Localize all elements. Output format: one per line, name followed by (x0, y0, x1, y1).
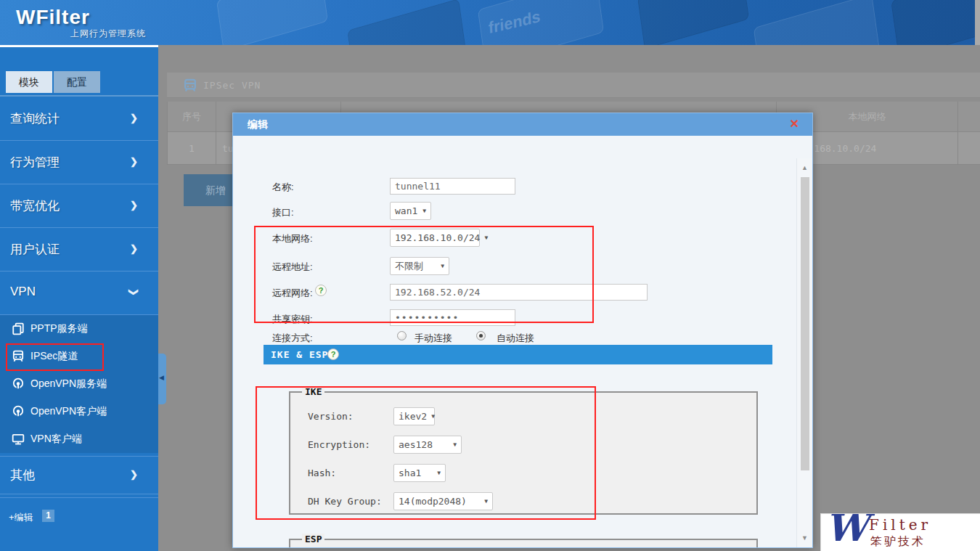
dialog-scrollbar[interactable]: ▲ ▼ (796, 158, 812, 547)
interface-select[interactable]: wan1▼ (390, 202, 431, 220)
remote-net-input[interactable]: 192.168.52.0/24 (390, 284, 648, 301)
dropdown-arrow-icon: ▼ (422, 208, 426, 214)
openvpn-icon (12, 377, 25, 391)
browser-scrollbar[interactable] (975, 0, 980, 45)
dialog-body: 名称: tunnel11 接口: wan1▼ 本地网络: 192.168.10.… (233, 136, 812, 547)
sidebar-item-label: 查询统计 (10, 110, 60, 127)
dropdown-arrow-icon: ▼ (441, 263, 444, 269)
remote-net-label: 远程网络: (272, 287, 313, 300)
scroll-up-icon[interactable]: ▲ (801, 164, 808, 171)
chevron-right-icon: ❯ (130, 243, 138, 254)
name-input[interactable]: tunnel11 (390, 178, 515, 195)
sidebar-item-label: VPN (10, 285, 36, 299)
ike-hash-select[interactable]: sha1▼ (393, 464, 446, 482)
app-logo-subtitle: 上网行为管理系统 (70, 28, 146, 40)
sidebar-item-behavior-mgmt[interactable]: 行为管理 ❯ (0, 141, 158, 184)
sidebar-item-bandwidth[interactable]: 带宽优化 ❯ (0, 184, 158, 228)
ike-hash-label: Hash: (308, 468, 336, 478)
edit-row: +编辑 1 (0, 497, 158, 541)
scrollbar-thumb[interactable] (801, 177, 809, 470)
cell-seq: 1 (167, 132, 216, 165)
submenu-item-label: OpenVPN客户端 (30, 405, 107, 418)
submenu-item-label: OpenVPN服务端 (30, 377, 107, 391)
ike-esp-section-header: IKE & ESP ? (264, 345, 772, 364)
submenu-item-openvpn-client[interactable]: OpenVPN客户端 (0, 398, 158, 425)
ike-esp-title: IKE & ESP (271, 349, 328, 360)
ike-version-select[interactable]: ikev2▼ (393, 407, 435, 425)
dialog-title: 编辑 (248, 118, 268, 131)
ike-legend: IKE (302, 386, 324, 397)
sidebar-item-user-auth[interactable]: 用户认证 ❯ (0, 228, 158, 272)
close-icon[interactable]: ✕ (790, 117, 799, 131)
page-header: IPSec VPN (167, 73, 980, 98)
keyboard-art (347, 0, 466, 45)
interface-label: 接口: (272, 206, 294, 219)
keyboard-art (754, 0, 881, 45)
sidebar-item-query-stats[interactable]: 查询统计 ❯ (0, 97, 158, 141)
app-window: friends WFilter 上网行为管理系统 IPSec VPN 序号 本地… (0, 0, 980, 551)
local-net-label: 本地网络: (272, 232, 313, 245)
chevron-left-icon: ◀ (159, 374, 164, 381)
name-label: 名称: (272, 181, 294, 194)
auto-connect-label[interactable]: 自动连接 (497, 332, 534, 345)
openvpn-icon (12, 405, 25, 418)
col-header-extra (958, 102, 980, 132)
ike-encryption-value: aes128 (399, 439, 433, 450)
chevron-right-icon: ❯ (130, 200, 138, 211)
tab-module[interactable]: 模块 (6, 71, 52, 93)
sidebar-item-label: 行为管理 (10, 154, 60, 171)
edit-count-badge: 1 (42, 510, 54, 522)
ike-version-label: Version: (308, 411, 354, 422)
dropdown-arrow-icon: ▼ (453, 441, 457, 448)
vpn-submenu: PPTP服务端 IPSec隧道 (0, 315, 158, 453)
psk-input[interactable]: •••••••••• (390, 309, 515, 326)
dialog-titlebar[interactable]: 编辑 ✕ (233, 113, 812, 136)
remote-addr-label: 远程地址: (272, 261, 313, 274)
manual-connect-label[interactable]: 手动连接 (415, 332, 452, 345)
dropdown-arrow-icon: ▼ (431, 413, 435, 420)
esp-fieldset: ESP Encryption: aes128▼ (289, 539, 758, 548)
sidebar-item-vpn[interactable]: VPN ❯ (0, 272, 158, 315)
ike-encryption-label: Encryption: (308, 439, 370, 450)
chevron-down-icon: ❯ (128, 288, 139, 296)
submenu-item-openvpn-server[interactable]: OpenVPN服务端 (0, 370, 158, 398)
psk-label: 共享密钥: (272, 313, 313, 326)
keyboard-art (637, 0, 749, 45)
remote-addr-value: 不限制 (395, 260, 423, 273)
chevron-right-icon: ❯ (130, 469, 138, 480)
remote-addr-select[interactable]: 不限制▼ (390, 257, 449, 275)
help-icon[interactable]: ? (315, 285, 327, 296)
ike-dhgroup-label: DH Key Group: (308, 496, 382, 507)
chevron-right-icon: ❯ (130, 113, 138, 123)
sidebar-item-label: 其他 (10, 467, 35, 483)
local-net-value: 192.168.10.0/24 (395, 232, 480, 243)
sidebar: 模块 配置 查询统计 ❯ 行为管理 ❯ 带宽优化 ❯ 用户认证 ❯ VPN (0, 45, 158, 551)
submenu-item-label: VPN客户端 (30, 433, 82, 446)
ike-encryption-select[interactable]: aes128▼ (393, 436, 462, 454)
ike-version-value: ikev2 (399, 411, 427, 422)
monitor-icon (12, 433, 25, 446)
sidebar-item-other[interactable]: 其他 ❯ (0, 456, 158, 494)
app-logo: WFilter (16, 6, 90, 29)
submenu-item-ipsec-tunnel[interactable]: IPSec隧道 (0, 343, 158, 370)
scroll-down-icon[interactable]: ▼ (801, 534, 808, 542)
tab-config[interactable]: 配置 (54, 71, 100, 93)
sidebar-collapse-handle[interactable]: ◀ (158, 354, 166, 404)
ike-fieldset: IKE Version: Encryption: Hash: DH Key Gr… (289, 391, 758, 515)
auto-connect-radio[interactable] (476, 331, 486, 340)
submenu-item-vpn-client[interactable]: VPN客户端 (0, 425, 158, 453)
manual-connect-radio[interactable] (397, 331, 407, 340)
watermark-w-logo: W (825, 513, 867, 550)
local-net-select[interactable]: 192.168.10.0/24▼ (390, 229, 480, 247)
edit-dialog: 编辑 ✕ 名称: tunnel11 接口: wan1▼ 本地网络: 192.16… (232, 113, 813, 548)
conn-mode-label: 连接方式: (272, 332, 313, 345)
watermark-name: Filter (869, 516, 931, 534)
sidebar-item-label: 用户认证 (10, 241, 60, 258)
help-icon[interactable]: ? (327, 348, 339, 360)
ike-dhgroup-select[interactable]: 14(modp2048)▼ (393, 492, 493, 510)
submenu-item-pptp-server[interactable]: PPTP服务端 (0, 315, 158, 343)
submenu-item-label: PPTP服务端 (30, 322, 88, 335)
keyboard-art (891, 0, 975, 45)
edit-link[interactable]: +编辑 (9, 511, 33, 524)
chevron-right-icon: ❯ (130, 156, 138, 167)
